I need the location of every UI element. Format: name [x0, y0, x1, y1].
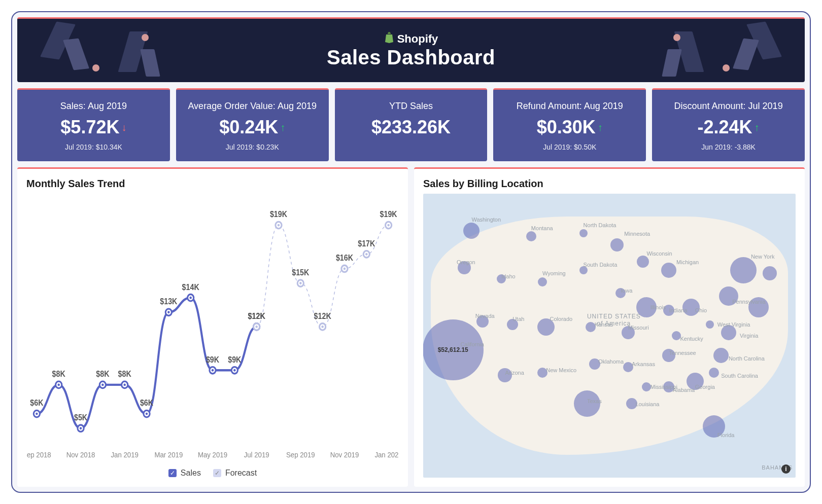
panel-title: Sales by Billing Location — [423, 178, 796, 190]
kpi-value: $5.72K — [60, 117, 119, 138]
svg-text:Sep 2019: Sep 2019 — [286, 451, 315, 459]
billing-map[interactable]: WashingtonMontanaNorth DakotaMinnesotaOr… — [423, 194, 796, 478]
svg-text:$14K: $14K — [182, 282, 199, 292]
svg-point-37 — [233, 369, 235, 372]
arrow-up-icon: ↑ — [755, 122, 760, 132]
svg-text:Nov 2018: Nov 2018 — [66, 451, 95, 459]
state-label: Colorado — [550, 316, 573, 322]
panel-title: Monthly Sales Trend — [26, 178, 399, 190]
svg-text:$8K: $8K — [52, 370, 65, 379]
map-bubble[interactable] — [730, 257, 757, 283]
chart-legend: ✓ Sales ✓ Forecast — [26, 469, 399, 478]
svg-text:$12K: $12K — [314, 311, 331, 320]
svg-text:$17K: $17K — [358, 239, 375, 248]
map-bubble[interactable] — [526, 231, 536, 241]
svg-text:$19K: $19K — [380, 210, 397, 219]
svg-text:May 2019: May 2019 — [198, 451, 227, 459]
sales-trend-chart[interactable]: Sep 2018Nov 2018Jan 2019Mar 2019May 2019… — [26, 194, 399, 465]
state-label: Kentucky — [680, 336, 703, 342]
map-bubble[interactable] — [672, 331, 681, 340]
legend-swatch-forecast: ✓ — [213, 469, 221, 477]
svg-text:$6K: $6K — [30, 399, 43, 408]
panels-row: Monthly Sales Trend Sep 2018Nov 2018Jan … — [17, 167, 805, 487]
state-label: Oklahoma — [598, 358, 624, 365]
svg-text:Jan 2019: Jan 2019 — [111, 451, 139, 459]
shopify-bag-icon — [384, 32, 394, 46]
state-label: North Carolina — [729, 355, 765, 362]
hero-banner: Shopify Sales Dashboard — [17, 17, 805, 82]
legend-swatch-sales: ✓ — [168, 469, 177, 477]
kpi-card-aov[interactable]: Average Order Value: Aug 2019 $0.24K↑ Ju… — [176, 88, 329, 161]
svg-text:$9K: $9K — [228, 355, 241, 364]
svg-point-22 — [123, 383, 125, 386]
kpi-value: $0.30K — [537, 117, 596, 138]
svg-point-25 — [146, 413, 148, 415]
state-label: West Virginia — [717, 321, 750, 328]
state-label: Tennessee — [669, 350, 696, 356]
kpi-value: $0.24K — [219, 117, 278, 138]
map-bubble[interactable] — [763, 266, 777, 280]
svg-text:$19K: $19K — [270, 210, 287, 219]
state-label: Pennsylvania — [732, 299, 765, 305]
state-label: Montana — [531, 225, 553, 231]
legend-item-forecast[interactable]: ✓ Forecast — [213, 469, 257, 478]
info-icon[interactable]: i — [781, 464, 791, 474]
state-label: New Mexico — [546, 367, 576, 373]
page-title: Sales Dashboard — [327, 46, 495, 69]
state-label: Alabama — [673, 387, 695, 393]
svg-point-61 — [387, 224, 389, 227]
state-label: South Carolina — [721, 373, 758, 379]
svg-point-19 — [101, 383, 104, 386]
state-label: Iowa — [621, 287, 632, 294]
kpi-label: Refund Amount: Aug 2019 — [498, 101, 641, 112]
state-label: South Dakota — [584, 262, 618, 268]
map-bubble[interactable] — [709, 368, 719, 378]
svg-point-52 — [321, 326, 323, 328]
map-bubble[interactable] — [642, 382, 651, 391]
map-bubble[interactable] — [713, 348, 729, 363]
kpi-label: Average Order Value: Aug 2019 — [181, 101, 324, 112]
state-label: Nevada — [475, 313, 495, 319]
kpi-row: Sales: Aug 2019 $5.72K↓ Jul 2019: $10.34… — [17, 88, 805, 161]
svg-text:Nov 2019: Nov 2019 — [330, 451, 359, 459]
kpi-card-ytd[interactable]: YTD Sales $233.26K — [335, 88, 488, 161]
map-bubble[interactable] — [706, 320, 714, 329]
state-label: Arizona — [505, 370, 524, 376]
state-label: Utah — [512, 316, 524, 322]
map-bubble[interactable] — [579, 229, 588, 237]
map-bubble[interactable] — [661, 263, 676, 278]
svg-point-10 — [36, 413, 38, 415]
state-label: Louisiana — [635, 401, 659, 407]
state-label: Arkansas — [632, 361, 655, 367]
svg-text:$5K: $5K — [74, 413, 87, 422]
panel-billing-map: Sales by Billing Location WashingtonMont… — [414, 167, 805, 487]
legend-item-sales[interactable]: ✓ Sales — [168, 469, 201, 478]
brand-row: Shopify — [327, 32, 495, 46]
svg-text:$13K: $13K — [160, 297, 177, 306]
map-bubble[interactable] — [538, 277, 547, 286]
svg-point-28 — [167, 311, 169, 313]
svg-text:Jan 2020: Jan 2020 — [374, 451, 399, 459]
state-label: Illinois — [650, 304, 666, 310]
arrow-down-icon: ↓ — [121, 122, 126, 132]
kpi-card-sales[interactable]: Sales: Aug 2019 $5.72K↓ Jul 2019: $10.34… — [17, 88, 170, 161]
arrow-up-icon: ↑ — [598, 122, 603, 132]
kpi-card-refund[interactable]: Refund Amount: Aug 2019 $0.30K↑ Jul 2019… — [493, 88, 646, 161]
state-label: Idaho — [501, 273, 516, 279]
state-label: Virginia — [740, 333, 759, 339]
kpi-value: -2.24K — [698, 117, 752, 138]
state-label: Michigan — [676, 259, 699, 265]
state-label: Wyoming — [542, 270, 566, 276]
svg-point-58 — [365, 253, 367, 256]
kpi-card-discount[interactable]: Discount Amount: Jul 2019 -2.24K↑ Jun 20… — [652, 88, 805, 161]
hero-decoration-right — [663, 19, 805, 82]
kpi-value: $233.26K — [371, 117, 451, 138]
map-bubble[interactable] — [637, 256, 649, 268]
svg-text:$8K: $8K — [96, 370, 109, 379]
map-bubble[interactable] — [610, 238, 624, 251]
svg-text:$6K: $6K — [140, 399, 153, 408]
map-country-label: UNITED STATESof America — [587, 313, 641, 327]
svg-point-55 — [344, 268, 346, 270]
map-bubble[interactable] — [463, 223, 480, 239]
state-label: Minnesota — [624, 231, 650, 237]
